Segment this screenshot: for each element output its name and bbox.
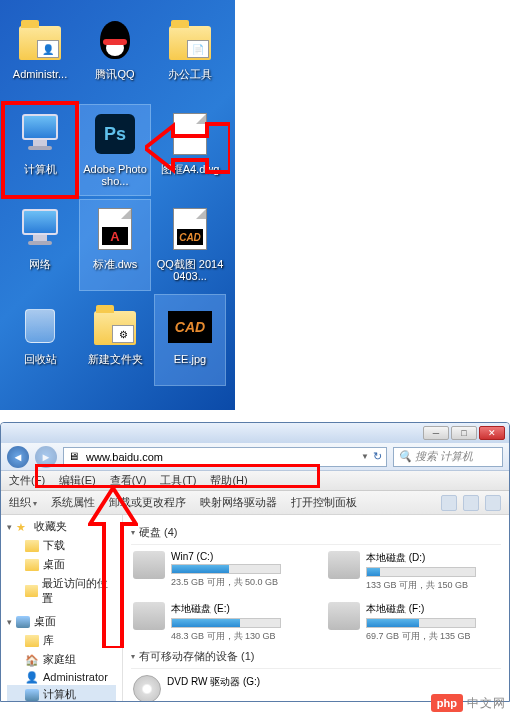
desktop-icon-qq[interactable]: 腾讯QQ — [80, 10, 150, 100]
title-bar: ─ □ ✕ — [1, 423, 509, 443]
sidebar-item-admin[interactable]: 👤Administrator — [7, 669, 116, 685]
section-hard-drives[interactable]: 硬盘 (4) — [131, 521, 501, 545]
icon-label: 图框A4.dwg — [161, 163, 220, 175]
drive-icon — [133, 602, 165, 630]
sidebar-item-desktop[interactable]: 桌面 — [7, 555, 116, 574]
watermark-logo: php — [431, 694, 463, 712]
help-icon[interactable] — [485, 495, 501, 511]
back-button[interactable]: ◄ — [7, 446, 29, 468]
desktop-icon-recycle-bin[interactable]: 回收站 — [5, 295, 75, 385]
desktop-icon-network[interactable]: 网络 — [5, 200, 75, 290]
menu-edit[interactable]: 编辑(E) — [59, 473, 96, 488]
icon-label: EE.jpg — [174, 353, 206, 365]
desktop-background: 👤 Administr... 腾讯QQ 📄 办公工具 计算机 Ps Adobe … — [0, 0, 235, 410]
nav-bar: ◄ ► 🖥 ▼ ↻ 🔍 搜索 计算机 — [1, 443, 509, 471]
drive-usage-bar — [171, 618, 281, 628]
section-removable[interactable]: 有可移动存储的设备 (1) — [131, 645, 501, 669]
drive-usage-bar — [366, 567, 476, 577]
drive-name: DVD RW 驱动器 (G:) — [167, 675, 304, 689]
sidebar-item-homegroup[interactable]: 🏠家庭组 — [7, 650, 116, 669]
disc-icon — [133, 675, 161, 702]
toolbar-control-panel[interactable]: 打开控制面板 — [291, 495, 357, 510]
drive-icon — [328, 602, 360, 630]
icon-label: 标准.dws — [93, 258, 138, 270]
search-placeholder: 搜索 计算机 — [415, 449, 473, 464]
desktop-icon-grid: 👤 Administr... 腾讯QQ 📄 办公工具 计算机 Ps Adobe … — [5, 10, 230, 385]
menu-view[interactable]: 查看(V) — [110, 473, 147, 488]
drive-free-text: 23.5 GB 可用，共 50.0 GB — [171, 576, 304, 589]
sidebar-item-recent[interactable]: 最近访问的位置 — [7, 574, 116, 608]
search-box[interactable]: 🔍 搜索 计算机 — [393, 447, 503, 467]
forward-button[interactable]: ► — [35, 446, 57, 468]
explorer-wrapper: ─ □ ✕ ◄ ► 🖥 ▼ ↻ 🔍 搜索 计算机 文件(F) 编辑(E) 查看(… — [0, 422, 516, 717]
icon-label: 回收站 — [24, 353, 57, 365]
drive-d[interactable]: 本地磁盘 (D:) 133 GB 可用，共 150 GB — [326, 549, 501, 594]
toolbar-uninstall[interactable]: 卸载或更改程序 — [109, 495, 186, 510]
drive-e[interactable]: 本地磁盘 (E:) 48.3 GB 可用，共 130 GB — [131, 600, 306, 645]
drive-free-text: 69.7 GB 可用，共 135 GB — [366, 630, 499, 643]
sidebar-favorites-title[interactable]: ★收藏夹 — [7, 519, 116, 534]
drive-icon — [133, 551, 165, 579]
drive-free-text: 48.3 GB 可用，共 130 GB — [171, 630, 304, 643]
icon-label: QQ截图 20140403... — [156, 258, 224, 282]
toolbar-system-props[interactable]: 系统属性 — [51, 495, 95, 510]
sidebar-item-computer[interactable]: 计算机 — [7, 685, 116, 702]
toolbar-organize[interactable]: 组织 — [9, 495, 37, 510]
preview-icon[interactable] — [463, 495, 479, 511]
maximize-button[interactable]: □ — [451, 426, 477, 440]
explorer-window: ─ □ ✕ ◄ ► 🖥 ▼ ↻ 🔍 搜索 计算机 文件(F) 编辑(E) 查看(… — [0, 422, 510, 702]
drive-free-text: 133 GB 可用，共 150 GB — [366, 579, 499, 592]
drive-name: Win7 (C:) — [171, 551, 304, 562]
menu-bar: 文件(F) 编辑(E) 查看(V) 工具(T) 帮助(H) — [1, 471, 509, 491]
desktop-icon-photoshop[interactable]: Ps Adobe Photosho... — [80, 105, 150, 195]
photoshop-icon: Ps — [95, 114, 135, 154]
desktop-icon-new-folder[interactable]: ⚙ 新建文件夹 — [80, 295, 150, 385]
nav-sidebar: ★收藏夹 下载 桌面 最近访问的位置 桌面 库 🏠家庭组 👤Administra… — [1, 515, 123, 702]
desktop-icon-qq-screenshot[interactable]: CAD QQ截图 20140403... — [155, 200, 225, 290]
icon-label: 腾讯QQ — [95, 68, 134, 80]
icon-label: Administr... — [13, 68, 67, 80]
icon-label: 网络 — [29, 258, 51, 270]
drive-icon — [328, 551, 360, 579]
refresh-icon[interactable]: ↻ — [373, 450, 382, 463]
menu-help[interactable]: 帮助(H) — [210, 473, 247, 488]
drive-name: 本地磁盘 (F:) — [366, 602, 499, 616]
menu-tools[interactable]: 工具(T) — [160, 473, 196, 488]
watermark: php 中文网 — [431, 694, 506, 712]
view-icon[interactable] — [441, 495, 457, 511]
sidebar-desktop-title[interactable]: 桌面 — [7, 614, 116, 629]
watermark-text: 中文网 — [467, 695, 506, 712]
sidebar-item-libraries[interactable]: 库 — [7, 631, 116, 650]
desktop-icon-dws-file[interactable]: A 标准.dws — [80, 200, 150, 290]
drive-f[interactable]: 本地磁盘 (F:) 69.7 GB 可用，共 135 GB — [326, 600, 501, 645]
icon-label: 办公工具 — [168, 68, 212, 80]
desktop-icon-administrator[interactable]: 👤 Administr... — [5, 10, 75, 100]
drive-c[interactable]: Win7 (C:) 23.5 GB 可用，共 50.0 GB — [131, 549, 306, 594]
menu-file[interactable]: 文件(F) — [9, 473, 45, 488]
address-bar[interactable]: 🖥 ▼ ↻ — [63, 447, 387, 467]
desktop-icon-office-tools[interactable]: 📄 办公工具 — [155, 10, 225, 100]
drive-usage-bar — [171, 564, 281, 574]
content-pane: 硬盘 (4) Win7 (C:) 23.5 GB 可用，共 50.0 GB — [123, 515, 509, 702]
desktop-icon-computer[interactable]: 计算机 — [5, 105, 75, 195]
sidebar-item-downloads[interactable]: 下载 — [7, 536, 116, 555]
icon-label: 新建文件夹 — [88, 353, 143, 365]
computer-icon: 🖥 — [68, 450, 82, 464]
address-input[interactable] — [86, 451, 357, 463]
toolbar-map-drive[interactable]: 映射网络驱动器 — [200, 495, 277, 510]
tool-bar: 组织 系统属性 卸载或更改程序 映射网络驱动器 打开控制面板 — [1, 491, 509, 515]
dropdown-icon[interactable]: ▼ — [361, 452, 369, 461]
minimize-button[interactable]: ─ — [423, 426, 449, 440]
icon-label: 计算机 — [24, 163, 57, 175]
drive-dvd[interactable]: DVD RW 驱动器 (G:) — [131, 673, 306, 702]
drive-name: 本地磁盘 (E:) — [171, 602, 304, 616]
desktop-icon-dwg-file[interactable]: 图框A4.dwg — [155, 105, 225, 195]
drive-usage-bar — [366, 618, 476, 628]
desktop-icon-ee-jpg[interactable]: CAD EE.jpg — [155, 295, 225, 385]
drive-name: 本地磁盘 (D:) — [366, 551, 499, 565]
search-icon: 🔍 — [398, 450, 412, 463]
close-button[interactable]: ✕ — [479, 426, 505, 440]
icon-label: Adobe Photosho... — [81, 163, 149, 187]
